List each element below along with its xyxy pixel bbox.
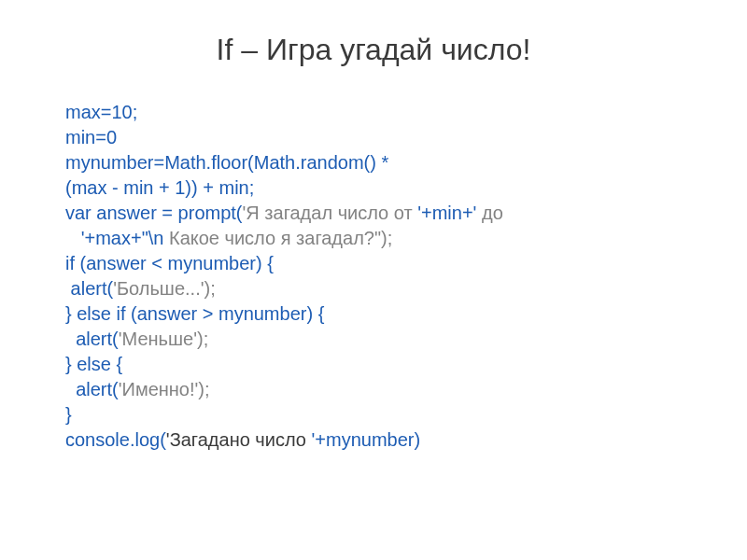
code-line: min=0 xyxy=(65,125,682,150)
code-line: alert('Именно!'); xyxy=(65,377,682,402)
slide-title: If – Игра угадай число! xyxy=(65,33,682,67)
code-line: alert('Меньше'); xyxy=(65,327,682,352)
code-line: } else { xyxy=(65,352,682,377)
code-line: console.log('Загадано число '+mynumber) xyxy=(65,427,682,453)
code-line: '+max+"\n Какое число я загадал?"); xyxy=(65,226,682,251)
code-line: if (answer < mynumber) { xyxy=(65,251,682,276)
code-line: var answer = prompt('Я загадал число от … xyxy=(65,201,682,226)
code-block: max=10; min=0 mynumber=Math.floor(Math.r… xyxy=(65,100,682,453)
code-line: alert('Больше...'); xyxy=(65,276,682,301)
code-line: } else if (answer > mynumber) { xyxy=(65,301,682,327)
code-line: mynumber=Math.floor(Math.random() * xyxy=(65,150,682,175)
code-line: (max - min + 1)) + min; xyxy=(65,175,682,201)
code-line: } xyxy=(65,402,682,427)
code-line: max=10; xyxy=(65,100,682,125)
